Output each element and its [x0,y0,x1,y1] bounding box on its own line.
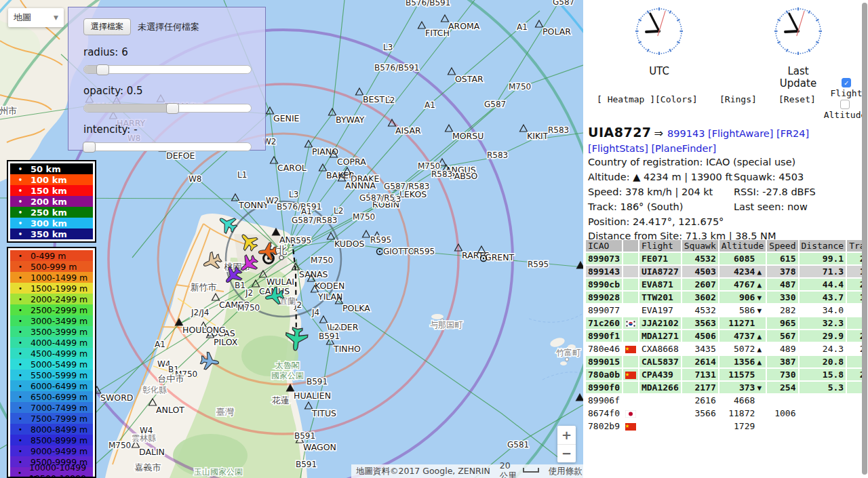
altitude-legend-item: •7000-7499 m [10,402,93,413]
airway-label: GIOTTO [383,247,414,256]
distance-legend-item: •200 km [10,196,93,207]
cell-altitude: 4737▲ [719,330,766,342]
altitude-legend-item: •9000-9499 m [10,445,93,456]
table-row-8990f0[interactable]: 8990f0MDA12662177373▼2545.391564 [586,382,867,393]
airway-label: G587 [553,0,574,7]
table-row-899077[interactable]: 899077EVA1974532586▼28234.0481356 [586,304,867,316]
map-place-label: 竹富町 [556,348,581,357]
table-row-8990f1[interactable]: 8990f1MDA127145064737▲56729.92141824 [586,330,867,342]
cell-flight [639,395,681,406]
table-row-8990cb[interactable]: 8990cbEVA87126074767▲48744.4265285 [586,279,867,290]
airway-label: M750 [311,256,333,265]
radius-slider[interactable] [83,65,252,74]
radius-slider-handle[interactable] [96,64,109,75]
aircraft-table: ICAOFlightSquawkAltitudeSpeedDistanceTra… [585,239,867,433]
choose-file-button[interactable]: 選擇檔案 [83,18,131,35]
table-row-899143[interactable]: 899143UIA872745034234▲37871.31862452 [586,266,867,277]
column-header-Flight[interactable]: Flight [639,240,681,252]
flightstats-link[interactable]: [FlightStats] [588,143,648,154]
cell-icao: 89906f [586,395,622,406]
map-attribution: 地圖資料©2017 Google, ZENRIN [351,466,495,477]
cell-flight: UIA8727 [639,266,681,277]
airway-label: G581 [507,440,529,450]
waypoint-marker [576,394,584,401]
cell-flight: MDA1266 [639,382,681,393]
cell-squawk: 4532 [682,253,718,264]
rings-button[interactable]: [Rings] [719,94,757,104]
table-row-899028[interactable]: 899028TTW2013602906▼33043.7139950 [586,292,867,303]
opacity-slider-label: opacity: 0.5 [83,85,252,97]
cell-distance: 24.3 [800,343,846,355]
city-dot-icon [279,256,283,260]
column-header-Distance[interactable]: Distance [800,240,846,252]
page-scrollbar[interactable] [862,3,867,475]
intensity-slider-handle[interactable] [83,142,96,153]
altitude-checkbox[interactable] [840,100,850,109]
waypoint-label-POLKA: POLKA [342,303,370,313]
distance-legend: •50 km•100 km•150 km•200 km•250 km•300 k… [7,160,96,243]
opacity-slider-handle[interactable] [166,103,179,114]
airway-label: B1 [235,281,245,290]
map-type-dropdown[interactable]: 地圖 ▼ [8,8,64,27]
flight-checkbox[interactable]: ✓ [842,78,851,87]
opacity-slider[interactable] [83,104,252,113]
airway-label: G587/R583 [292,216,338,225]
airway-label: L2 [330,323,339,332]
map-type-label: 地圖 [14,12,31,24]
column-header-Squawk[interactable]: Squawk [682,240,718,252]
table-row-780e46[interactable]: 780e46CXA866834355072▲48924.322959 [586,343,867,355]
utc-clock: UTC [632,3,686,77]
column-header-Altitude[interactable]: Altitude [719,240,766,252]
cell-altitude: 11872 [719,407,766,419]
airway-label: R595 [370,235,391,245]
table-row-7802b9[interactable]: 7802b9172927 [586,420,867,432]
planefinder-link[interactable]: [PlaneFinder] [648,143,716,154]
cell-flight: TTW201 [639,292,681,303]
airway-label: M750 [509,82,531,92]
cell-icao: 7802b9 [586,420,622,432]
terms-of-use-link[interactable]: 使用條款 [544,466,583,477]
waypoint-label-HUALIEN: HUALIEN [294,391,331,401]
intensity-slider[interactable] [83,142,252,151]
cell-speed: 487 [767,279,797,290]
trend-down-icon: ▼ [755,384,764,393]
table-row-89906f[interactable]: 89906f26164668521 [586,395,867,406]
table-row-8674f0[interactable]: 8674f035661187210064414 [586,407,867,419]
altitude-legend-item: •8000-8499 m [10,424,93,435]
flight-last-seen: Last seen: now [734,201,808,212]
899143-link[interactable]: 899143 [667,128,705,139]
waypoint-label-SANAS: SANAS [299,269,328,279]
cell-altitude: 11271 [719,317,766,329]
colors-button[interactable]: [Colors] [655,94,698,104]
zoom-in-button[interactable]: + [557,426,576,445]
utc-clock-label: UTC [632,65,686,77]
column-header-Speed[interactable]: Speed [767,240,797,252]
flightaware-link[interactable]: [FlightAware] [705,128,773,139]
waypoint-label-KODEN: KODEN [315,281,344,291]
altitude-legend-item: •6000-6499 m [10,380,93,391]
last-update-clock-label: Last Update [771,65,825,89]
waypoint-marker-WADER [320,316,328,323]
map[interactable]: FITCHAROMAPOLAROSTARBESTOGENIEBYWAYPIANO… [0,0,583,478]
heatmap-button[interactable]: [ Heatmap ] [597,94,655,104]
airway-label: A1 [301,207,312,216]
fr24-link[interactable]: [FR24] [773,128,809,139]
reset-button[interactable]: [Reset] [778,94,816,104]
cell-speed: 282 [767,304,797,316]
column-header-ICAO[interactable]: ICAO [586,240,622,252]
table-row-71c260[interactable]: 71c260JJA210235631127196532.335569 [586,317,867,329]
waypoint-label-COPRA: COPRA [337,157,366,167]
waypoint-label-DALIN: DALIN [139,447,165,457]
flag-cn-icon [625,346,636,353]
waypoint-label-KIKIT: KIKIT [527,131,549,141]
table-row-899073[interactable]: 899073FE0714532608561599.12423435 [586,253,867,264]
table-row-780a0b[interactable]: 780a0bCPA43971311157573015.8228996 [586,369,867,380]
cell-flag [623,266,638,277]
table-row-899015[interactable]: 899015CAL583726141356▲38720.84941 [586,356,867,367]
airway-label: B591 [294,431,315,441]
column-header-flag[interactable] [623,240,638,252]
zoom-out-button[interactable]: − [557,445,576,463]
waypoint-marker-TONNY [232,194,239,201]
cell-altitude: 5072▲ [719,343,766,355]
waypoint-label-AROMA: AROMA [448,21,480,31]
